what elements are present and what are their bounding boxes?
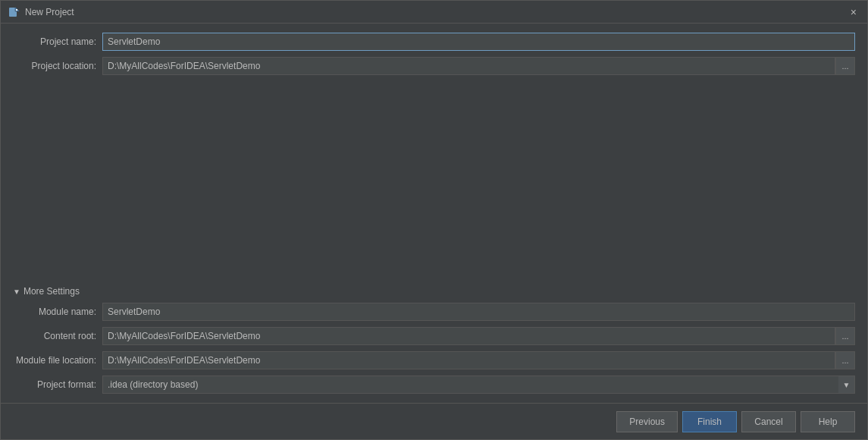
project-format-select-wrapper: .idea (directory based) .ipr (file based… [102,376,855,394]
content-root-input-group: ... [102,327,855,345]
title-bar-left: New Project [8,6,74,18]
more-settings-section: ▼ More Settings Module name: Content roo… [13,286,855,394]
module-file-location-row: Module file location: ... [13,351,855,369]
dialog-title: New Project [25,7,74,17]
finish-button[interactable]: Finish [682,411,737,432]
spacer [13,81,855,280]
module-name-row: Module name: [13,303,855,321]
project-location-row: Project location: ... [13,57,855,75]
module-file-location-browse-button[interactable]: ... [835,351,855,369]
module-name-label: Module name: [13,306,96,317]
help-button[interactable]: Help [801,411,855,432]
content-root-input[interactable] [102,327,835,345]
content-root-label: Content root: [13,331,96,341]
module-file-location-input-group: ... [102,351,855,369]
project-format-row: Project format: .idea (directory based) … [13,376,855,394]
cancel-button[interactable]: Cancel [741,411,796,432]
project-name-row: Project name: [13,33,855,51]
project-location-label: Project location: [13,61,96,71]
more-settings-label: More Settings [24,286,80,297]
new-project-dialog: New Project × Project name: Project loca… [0,0,868,440]
project-location-browse-button[interactable]: ... [835,57,855,75]
project-name-input[interactable] [102,33,855,51]
project-format-label: Project format: [13,379,96,390]
module-file-location-label: Module file location: [13,355,96,366]
title-bar: New Project × [1,1,867,24]
project-location-input[interactable] [102,57,835,75]
module-name-input[interactable] [102,303,855,321]
more-settings-chevron: ▼ [13,288,20,296]
previous-button[interactable]: Previous [616,411,678,432]
content-root-browse-button[interactable]: ... [835,327,855,345]
dialog-content: Project name: Project location: ... ▼ Mo… [1,24,867,403]
project-format-select[interactable]: .idea (directory based) .ipr (file based… [102,376,855,394]
close-button[interactable]: × [848,5,860,19]
more-settings-content: Module name: Content root: ... [13,303,855,394]
project-location-input-group: ... [102,57,855,75]
module-file-location-input[interactable] [102,351,835,369]
more-settings-toggle[interactable]: ▼ More Settings [13,286,855,297]
project-name-label: Project name: [13,36,96,47]
new-project-icon [8,6,20,18]
content-root-row: Content root: ... [13,327,855,345]
dialog-footer: Previous Finish Cancel Help [1,403,867,439]
